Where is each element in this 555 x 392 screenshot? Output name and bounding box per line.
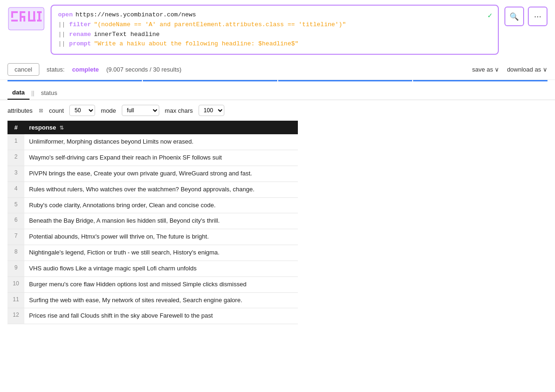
- row-number: 9: [7, 261, 24, 276]
- tabs: data || status: [0, 82, 555, 100]
- tab-status[interactable]: status: [37, 87, 62, 99]
- row-response: Unlimiformer, Morphing distances beyond …: [24, 134, 298, 150]
- status-detail: (9.007 seconds / 30 results): [106, 66, 181, 73]
- row-response: Nightingale's legend, Fiction or truth -…: [24, 245, 298, 261]
- attributes-icon: ⊠: [39, 108, 43, 114]
- table-row: 11Surfing the web with ease, My network …: [7, 292, 298, 308]
- progress-bar-3: [278, 80, 413, 81]
- max-chars-label: max chars: [165, 107, 193, 114]
- controls-row: attributes ⊠ count 10 25 50 100 200 mode…: [0, 100, 555, 121]
- row-response: Prices rise and fall Clouds shift in the…: [24, 308, 298, 324]
- row-response: VHS audio flows Like a vintage magic spe…: [24, 261, 298, 276]
- table-row: 5Ruby's code clarity, Annotations bring …: [7, 197, 298, 213]
- svg-rect-12: [38, 13, 40, 20]
- svg-rect-2: [11, 11, 13, 18]
- row-response: Beneath the Bay Bridge, A mansion lies h…: [24, 213, 298, 229]
- row-number: 1: [7, 134, 24, 150]
- table-row: 12Prices rise and fall Clouds shift in t…: [7, 308, 298, 324]
- progress-bar-2: [143, 80, 277, 81]
- tab-data[interactable]: data: [7, 86, 30, 100]
- header-actions: 🔍 ⋯: [504, 7, 548, 26]
- row-number: 11: [7, 292, 24, 308]
- count-select[interactable]: 10 25 50 100 200: [69, 105, 95, 116]
- row-response: PiVPN brings the ease, Create your own p…: [24, 166, 298, 181]
- row-response: Waymo's self-driving cars Expand their r…: [24, 150, 298, 166]
- row-number: 8: [7, 245, 24, 261]
- table-row: 8Nightingale's legend, Fiction or truth …: [7, 245, 298, 261]
- mode-label: mode: [101, 107, 116, 114]
- row-number: 4: [7, 181, 24, 197]
- svg-rect-13: [37, 20, 42, 22]
- svg-rect-7: [23, 18, 25, 22]
- command-line-2: || filter "(nodeName == 'A' and parentEl…: [58, 20, 491, 30]
- row-number: 10: [7, 276, 24, 292]
- logo: [7, 7, 45, 31]
- cmd-keyword-rename: rename: [69, 30, 91, 40]
- row-response: Potential abounds, Htmx's power will thr…: [24, 229, 298, 245]
- svg-rect-10: [28, 20, 36, 22]
- toolbar: cancel status: complete (9.007 seconds /…: [0, 59, 555, 80]
- command-box: ✓ open https://news.ycombinator.com/news…: [51, 5, 499, 55]
- cmd-pipe-1: ||: [58, 20, 66, 30]
- row-response: Rules without rulers, Who watches over t…: [24, 181, 298, 197]
- save-as-button[interactable]: save as ∨: [472, 66, 499, 73]
- command-line-1: open https://news.ycombinator.com/news: [58, 10, 491, 20]
- cmd-pipe-2: ||: [58, 30, 66, 40]
- cmd-keyword-prompt: prompt: [69, 39, 91, 49]
- search-icon: 🔍: [510, 12, 519, 21]
- cmd-url: https://news.ycombinator.com/news: [75, 10, 196, 20]
- row-number: 5: [7, 197, 24, 213]
- svg-rect-3: [11, 20, 18, 22]
- progress-bar-1: [7, 80, 142, 81]
- results-table: # response ⇅ 1Unlimiformer, Morphing dis…: [7, 121, 298, 324]
- row-response: Burger menu's core flaw Hidden options l…: [24, 276, 298, 292]
- cmd-keyword-open: open: [58, 10, 73, 20]
- progress-bar-4: [413, 80, 548, 81]
- search-button[interactable]: 🔍: [504, 7, 524, 26]
- more-button[interactable]: ⋯: [528, 7, 548, 26]
- col-header-response[interactable]: response ⇅: [24, 121, 298, 134]
- col-response-label: response: [29, 124, 56, 131]
- status-label: status:: [47, 66, 65, 73]
- cmd-prompt-value: "Write a haiku about the following headl…: [94, 39, 298, 49]
- row-response: Ruby's code clarity, Annotations bring o…: [24, 197, 298, 213]
- row-number: 12: [7, 308, 24, 324]
- command-line-3: || rename innerText headline: [58, 30, 491, 40]
- table-row: 9VHS audio flows Like a vintage magic sp…: [7, 261, 298, 276]
- col-header-num: #: [7, 121, 24, 134]
- row-number: 2: [7, 150, 24, 166]
- row-number: 6: [7, 213, 24, 229]
- sort-icon: ⇅: [59, 125, 64, 131]
- svg-rect-5: [20, 11, 25, 13]
- more-icon: ⋯: [534, 12, 541, 21]
- svg-rect-6: [20, 16, 25, 18]
- svg-rect-11: [37, 11, 42, 13]
- cmd-filter-value: "(nodeName == 'A' and parentElement.attr…: [94, 20, 346, 30]
- cmd-pipe-3: ||: [58, 39, 66, 49]
- cancel-button[interactable]: cancel: [7, 63, 39, 76]
- attributes-label: attributes: [7, 107, 32, 114]
- table-row: 1Unlimiformer, Morphing distances beyond…: [7, 134, 298, 150]
- table-wrap: # response ⇅ 1Unlimiformer, Morphing dis…: [0, 121, 555, 324]
- max-chars-select[interactable]: 50 100 200 500: [199, 105, 224, 116]
- download-as-button[interactable]: download as ∨: [507, 66, 548, 73]
- cmd-keyword-filter: filter: [69, 20, 91, 30]
- row-number: 3: [7, 166, 24, 181]
- table-row: 6Beneath the Bay Bridge, A mansion lies …: [7, 213, 298, 229]
- row-number: 7: [7, 229, 24, 245]
- count-label: count: [49, 107, 64, 114]
- status-value: complete: [72, 66, 99, 73]
- mode-select[interactable]: compact full raw: [122, 105, 159, 116]
- tab-separator: ||: [30, 89, 37, 96]
- table-row: 3PiVPN brings the ease, Create your own …: [7, 166, 298, 181]
- table-row: 10Burger menu's core flaw Hidden options…: [7, 276, 298, 292]
- table-row: 7Potential abounds, Htmx's power will th…: [7, 229, 298, 245]
- table-row: 4Rules without rulers, Who watches over …: [7, 181, 298, 197]
- command-line-4: || prompt "Write a haiku about the follo…: [58, 39, 491, 49]
- cmd-rename-value: innerText headline: [94, 30, 159, 40]
- check-mark: ✓: [488, 10, 492, 22]
- header: ✓ open https://news.ycombinator.com/news…: [0, 0, 555, 59]
- progress-bars: [0, 80, 555, 81]
- toolbar-right: save as ∨ download as ∨: [472, 66, 548, 73]
- table-row: 2Waymo's self-driving cars Expand their …: [7, 150, 298, 166]
